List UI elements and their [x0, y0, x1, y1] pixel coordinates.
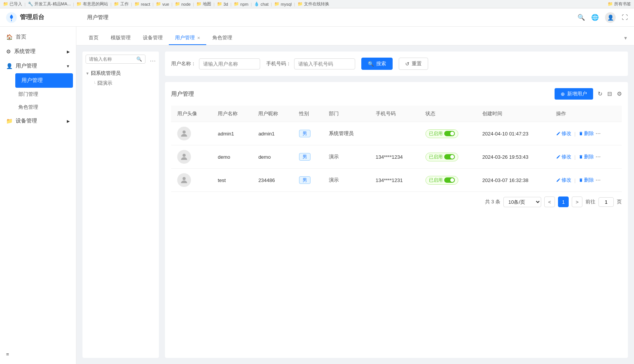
tree-more-icon[interactable]: ⋯ [148, 57, 156, 64]
cell-status-0: 已启用 [419, 122, 476, 145]
tree-item-demo[interactable]: └ 囧演示 [93, 78, 156, 88]
svg-point-3 [183, 177, 186, 180]
tree-search-input[interactable] [89, 56, 135, 62]
sidebar-group-device: 📁 设备管理 ▶ [0, 114, 76, 128]
cell-created-1: 2024-03-26 19:53:43 [476, 145, 550, 169]
chevron-device-icon: ▶ [67, 119, 70, 123]
tab-template[interactable]: 模版管理 [105, 31, 137, 45]
tab-device[interactable]: 设备管理 [137, 31, 169, 45]
logo: 管理后台 [6, 12, 82, 23]
more-btn-2[interactable]: ··· [595, 177, 600, 184]
search-icon[interactable]: 🔍 [577, 14, 585, 21]
gender-tag-2: 男 [299, 176, 311, 184]
sidebar-role-mgmt-label: 角色管理 [18, 104, 38, 110]
tree-item-root-label: 囧系统管理员 [91, 70, 121, 77]
bookmark-map[interactable]: 📁 地图 [196, 1, 211, 7]
cell-dept-1: 演示 [323, 145, 370, 169]
tab-home[interactable]: 首页 [82, 31, 105, 45]
reset-btn-label: 重置 [412, 60, 422, 67]
sidebar-item-home[interactable]: 🏠 首页 [0, 30, 76, 44]
total-count: 共 3 条 [485, 198, 500, 205]
bookmark-react[interactable]: 📁 react [134, 2, 150, 6]
cell-gender-1: 男 [293, 145, 323, 169]
sidebar-group-system-header[interactable]: ⚙ 系统管理 ▶ [0, 44, 76, 59]
refresh-icon[interactable]: ↻ [598, 90, 603, 97]
tree-item-root[interactable]: ▼ 囧系统管理员 [86, 68, 156, 78]
prev-page-btn[interactable]: < [544, 196, 555, 207]
status-badge-0: 已启用 [425, 129, 458, 138]
app-header: 管理后台 用户管理 🔍 🌐 👤 ⛶ [0, 8, 634, 27]
sidebar-item-dept-mgmt[interactable]: 部门管理 [12, 88, 76, 101]
edit-btn-1[interactable]: 修改 [556, 153, 571, 160]
bookmark-node[interactable]: 📁 node [175, 2, 191, 6]
more-btn-1[interactable]: ··· [595, 153, 600, 160]
goto-input[interactable] [598, 197, 614, 207]
col-username: 用户名称 [212, 106, 252, 122]
bookmark-devtools[interactable]: 🔧 开发工具-精品MA... [28, 1, 71, 7]
page-1-label: 1 [562, 199, 564, 205]
sidebar-item-role-mgmt[interactable]: 角色管理 [12, 101, 76, 114]
page-size-select[interactable]: 10条/页 20条/页 50条/页 [503, 197, 541, 207]
chevron-up-icon: ▼ [66, 64, 70, 68]
bookmark-fileconvert[interactable]: 📁 文件在线转换 [298, 1, 329, 7]
bookmark-chat[interactable]: 💧 chat [254, 2, 268, 6]
bookmark-vue[interactable]: 📁 vue [156, 2, 169, 6]
sidebar-group-device-header[interactable]: 📁 设备管理 ▶ [0, 114, 76, 128]
reset-button[interactable]: ↺ 重置 [399, 58, 428, 70]
sidebar-user-mgmt-label: 用户管理 [21, 77, 43, 84]
page-1-btn[interactable]: 1 [558, 196, 569, 207]
tabs-right-actions: ▼ [623, 35, 628, 41]
status-toggle-1[interactable] [444, 154, 455, 159]
system-icon: ⚙ [6, 48, 11, 55]
bookmark-imported[interactable]: 📁 已导入 [3, 1, 22, 7]
bookmark-mysql[interactable]: 📁 mysql [274, 2, 292, 6]
delete-btn-2[interactable]: 删除 [579, 177, 594, 184]
delete-btn-1[interactable]: 删除 [579, 153, 594, 160]
user-avatar[interactable]: 👤 [605, 12, 616, 23]
delete-btn-0[interactable]: 删除 [579, 130, 594, 137]
expand-icon[interactable]: ⛶ [622, 14, 628, 21]
translate-icon[interactable]: 🌐 [591, 14, 599, 21]
bookmark-3d[interactable]: 📁 3d [217, 2, 228, 6]
username-input[interactable] [199, 58, 260, 69]
tabs: 首页 模版管理 设备管理 用户管理 ✕ 角色管理 [82, 31, 238, 45]
cell-status-1: 已启用 [419, 145, 476, 169]
bookmark-work[interactable]: 📁 工作 [114, 1, 129, 7]
ops-1: 修改 | 删除 ··· [556, 153, 616, 160]
add-user-button[interactable]: ⊕ 新增用户 [555, 88, 593, 100]
bookmark-interesting[interactable]: 📁 有意思的网站 [76, 1, 108, 7]
sidebar-collapse-btn[interactable]: ≡ [0, 348, 76, 361]
bookmark-npm[interactable]: 📁 npm [234, 2, 248, 6]
tree-search-icon[interactable]: 🔍 [136, 56, 142, 62]
sidebar: 🏠 首页 ⚙ 系统管理 ▶ 👤 用户管理 ▼ 用户管理 [0, 27, 76, 364]
tab-user[interactable]: 用户管理 ✕ [169, 31, 206, 45]
status-toggle-0[interactable] [444, 131, 455, 136]
column-settings-icon[interactable]: ⊟ [607, 90, 612, 97]
tabs-dropdown-icon[interactable]: ▼ [623, 35, 628, 41]
add-btn-label: 新增用户 [567, 90, 587, 97]
more-btn-0[interactable]: ··· [595, 130, 600, 137]
search-button[interactable]: 🔍 搜索 [361, 58, 393, 70]
status-toggle-2[interactable] [444, 177, 455, 183]
cell-username-0: admin1 [212, 122, 252, 145]
sidebar-item-user-mgmt[interactable]: 用户管理 [15, 73, 73, 88]
edit-btn-2[interactable]: 修改 [556, 177, 571, 184]
edit-btn-0[interactable]: 修改 [556, 130, 571, 137]
cell-status-2: 已启用 [419, 169, 476, 192]
cell-dept-0: 系统管理员 [323, 122, 370, 145]
tree-item-demo-icon: └ [93, 81, 96, 85]
tab-user-close[interactable]: ✕ [197, 36, 200, 40]
content-area: 首页 模版管理 设备管理 用户管理 ✕ 角色管理 [76, 27, 634, 364]
cell-gender-2: 男 [293, 169, 323, 192]
tab-user-label: 用户管理 [175, 34, 195, 41]
table-card: 用户管理 ⊕ 新增用户 ↻ ⊟ ⚙ [165, 82, 628, 358]
page-title: 用户管理 [87, 14, 108, 21]
next-page-btn[interactable]: > [572, 196, 582, 207]
phone-input[interactable] [294, 58, 355, 69]
all-bookmarks[interactable]: 📁 所有书签 [608, 1, 631, 7]
tab-template-label: 模版管理 [111, 34, 131, 41]
table-settings-icon[interactable]: ⚙ [617, 90, 622, 97]
tab-role-label: 角色管理 [212, 34, 232, 41]
tab-role[interactable]: 角色管理 [206, 31, 238, 45]
sidebar-group-user-header[interactable]: 👤 用户管理 ▼ [0, 59, 76, 73]
